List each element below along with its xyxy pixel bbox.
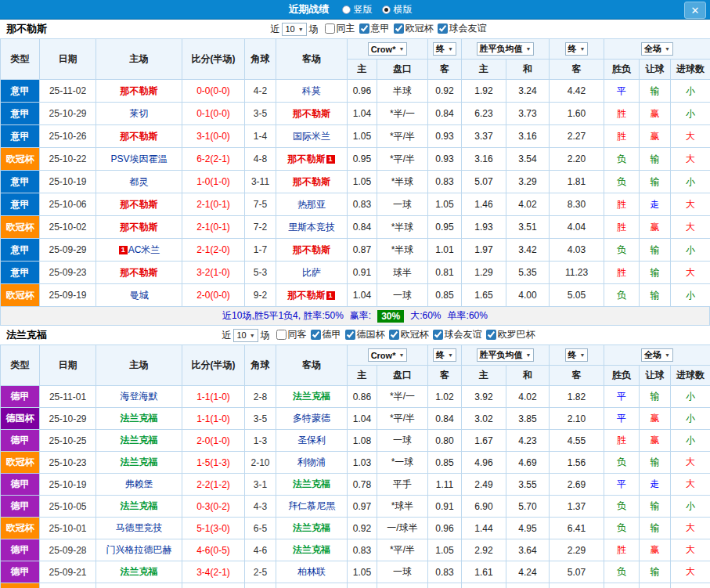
home-team-link[interactable]: 那不勒斯 xyxy=(121,85,158,96)
away-team-link[interactable]: 法兰克福 xyxy=(293,522,330,533)
match-score[interactable]: 0-1(0-0) xyxy=(182,103,245,125)
home-team-link[interactable]: 法兰克福 xyxy=(121,435,158,446)
away-team-link[interactable]: 那不勒斯 xyxy=(293,244,330,255)
away-team-link[interactable]: 比萨 xyxy=(302,267,321,278)
filter-checkbox[interactable] xyxy=(433,330,443,340)
filter-德甲[interactable]: 德甲 xyxy=(311,328,341,341)
scope-select[interactable]: 全场 ▼ xyxy=(641,348,673,362)
filter-德国杯[interactable]: 德国杯 xyxy=(345,328,385,341)
match-score[interactable]: 5-1(3-1) xyxy=(182,583,245,588)
home-team-link[interactable]: 法兰克福 xyxy=(121,566,158,577)
filter-同客[interactable]: 同客 xyxy=(276,328,307,341)
home-team-link[interactable]: 那不勒斯 xyxy=(121,267,158,278)
away-team-link[interactable]: 国际米兰 xyxy=(293,131,330,142)
result-handicap: 输 xyxy=(640,386,671,408)
home-team-link[interactable]: 那不勒斯 xyxy=(121,222,158,233)
away-team-link[interactable]: 那不勒斯 xyxy=(293,108,330,119)
away-team-link[interactable]: 那不勒斯 xyxy=(293,176,330,187)
match-score[interactable]: 2-2(1-2) xyxy=(182,474,245,496)
filter-欧冠杯[interactable]: 欧冠杯 xyxy=(389,328,429,341)
match-score[interactable]: 2-1(2-0) xyxy=(182,239,245,262)
away-team-link[interactable]: 那不勒斯 xyxy=(288,153,326,164)
filter-checkbox[interactable] xyxy=(389,330,399,340)
close-button[interactable]: ✕ xyxy=(684,2,706,19)
away-team-link[interactable]: 利物浦 xyxy=(297,456,326,467)
home-team-link[interactable]: 莱切 xyxy=(130,108,149,119)
home-team-link[interactable]: 门兴格拉德巴赫 xyxy=(106,544,172,555)
filter-欧罗巴杯[interactable]: 欧罗巴杯 xyxy=(486,328,535,341)
home-team: 马德里竞技 xyxy=(96,518,182,539)
home-team-link[interactable]: PSV埃因霍温 xyxy=(110,153,167,164)
away-team-link[interactable]: 法兰克福 xyxy=(293,544,330,555)
away-team-link[interactable]: 圣保利 xyxy=(297,435,326,446)
home-team-link[interactable]: 弗赖堡 xyxy=(125,478,153,489)
final-avg-select[interactable]: 终 ▼ xyxy=(565,348,589,362)
match-score[interactable]: 1-0(1-0) xyxy=(182,171,245,193)
match-score[interactable]: 0-0(0-0) xyxy=(182,80,245,103)
filter-checkbox[interactable] xyxy=(438,23,448,34)
match-score[interactable]: 2-0(1-0) xyxy=(182,430,245,452)
layout-radio-vertical[interactable]: 竖版 xyxy=(342,3,373,16)
avg-odds-select[interactable]: 胜平负均值 ▼ xyxy=(477,348,535,362)
filter-checkbox[interactable] xyxy=(394,23,404,34)
odds-company-select[interactable]: Crow* ▼ xyxy=(368,348,408,362)
home-team-link[interactable]: 曼城 xyxy=(130,290,149,301)
match-score[interactable]: 4-6(0-5) xyxy=(182,539,245,561)
home-team-link[interactable]: 海登海默 xyxy=(121,391,158,402)
home-team-link[interactable]: 法兰克福 xyxy=(121,456,158,467)
final-avg-select[interactable]: 终 ▼ xyxy=(565,42,589,56)
match-count-select[interactable]: 10 ▼ xyxy=(233,329,258,342)
match-count-select[interactable]: 10 ▼ xyxy=(282,23,306,36)
filter-checkbox[interactable] xyxy=(359,23,369,34)
away-team-link[interactable]: 法兰克福 xyxy=(293,478,330,489)
away-team-link[interactable]: 拜仁慕尼黑 xyxy=(288,500,335,511)
filter-欧冠杯[interactable]: 欧冠杯 xyxy=(394,22,434,35)
match-score[interactable]: 0-3(0-2) xyxy=(182,496,245,518)
match-score[interactable]: 1-1(1-0) xyxy=(182,386,245,408)
match-date: 25-09-29 xyxy=(40,239,96,262)
filter-checkbox[interactable] xyxy=(325,23,335,34)
league-badge: 欧冠杯 xyxy=(1,284,40,307)
match-score[interactable]: 6-2(2-1) xyxy=(182,148,245,171)
match-score[interactable]: 5-1(3-0) xyxy=(182,518,245,539)
home-team-link[interactable]: 那不勒斯 xyxy=(121,131,158,142)
away-team-link[interactable]: 那不勒斯 xyxy=(288,290,326,301)
away-team-link[interactable]: 科莫 xyxy=(302,85,321,96)
home-team-link[interactable]: 那不勒斯 xyxy=(121,199,158,210)
match-score[interactable]: 3-1(0-0) xyxy=(182,125,245,148)
filter-同主[interactable]: 同主 xyxy=(325,22,355,35)
handicap-line: 一球 xyxy=(377,284,428,307)
away-team-link[interactable]: 热那亚 xyxy=(297,199,326,210)
match-score[interactable]: 3-2(1-0) xyxy=(182,262,245,284)
filter-球会友谊[interactable]: 球会友谊 xyxy=(433,328,482,341)
filter-checkbox[interactable] xyxy=(345,330,355,340)
avg-odds-select[interactable]: 胜平负均值 ▼ xyxy=(477,42,535,56)
home-team-link[interactable]: 马德里竞技 xyxy=(116,522,163,533)
match-row: 德国杯25-10-29法兰克福1-1(1-0)3-5多特蒙德1.04*平/半0.… xyxy=(1,408,710,430)
match-score[interactable]: 1-5(1-3) xyxy=(182,452,245,474)
final-odds-select[interactable]: 终 ▼ xyxy=(433,348,456,362)
filter-checkbox[interactable] xyxy=(311,330,321,340)
scope-select[interactable]: 全场 ▼ xyxy=(641,42,673,56)
filter-球会友谊[interactable]: 球会友谊 xyxy=(438,22,487,35)
match-score[interactable]: 3-4(2-1) xyxy=(182,561,245,583)
home-team-link[interactable]: 法兰克福 xyxy=(121,500,158,511)
home-team-link[interactable]: 都灵 xyxy=(130,176,149,187)
filter-checkbox[interactable] xyxy=(276,330,287,340)
match-score[interactable]: 2-1(0-1) xyxy=(182,193,245,216)
home-team-link[interactable]: AC米兰 xyxy=(128,244,160,255)
odds-company-select[interactable]: Crow* ▼ xyxy=(368,42,408,56)
match-score[interactable]: 2-1(0-1) xyxy=(182,216,245,239)
final-odds-select[interactable]: 终 ▼ xyxy=(433,42,456,56)
match-score[interactable]: 2-0(0-0) xyxy=(182,284,245,307)
away-team-link[interactable]: 里斯本竞技 xyxy=(288,222,335,233)
away-team-link[interactable]: 法兰克福 xyxy=(293,391,330,402)
filter-意甲[interactable]: 意甲 xyxy=(359,22,390,35)
away-team-link[interactable]: 柏林联 xyxy=(297,566,326,577)
away-team-link[interactable]: 多特蒙德 xyxy=(293,413,330,424)
home-team-link[interactable]: 法兰克福 xyxy=(121,413,158,424)
filter-checkbox[interactable] xyxy=(486,330,496,340)
layout-radio-horizontal[interactable]: 横版 xyxy=(382,3,413,16)
match-date: 25-10-23 xyxy=(40,452,96,474)
match-score[interactable]: 1-1(1-0) xyxy=(182,408,245,430)
